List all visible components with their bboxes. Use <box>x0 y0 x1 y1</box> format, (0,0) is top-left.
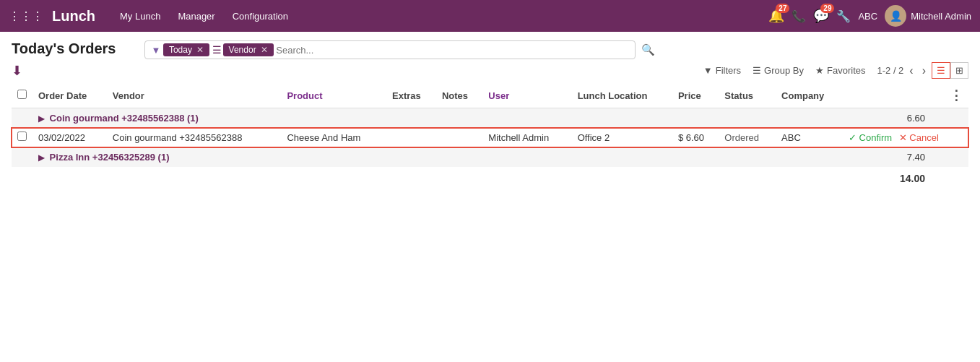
vendor-tag[interactable]: Vendor ✕ <box>223 43 274 56</box>
cell-order-date: 03/02/2022 <box>32 128 107 147</box>
pagination-count: 1-2 / 2 <box>877 65 903 76</box>
cell-user: Mitchell Admin <box>482 128 571 147</box>
group-name: ▶ Coin gourmand +32485562388 (1) <box>32 108 672 129</box>
search-icon[interactable]: 🔍 <box>641 43 655 56</box>
cell-price: $ 6.60 <box>672 128 719 147</box>
cell-company: ABC <box>776 128 843 147</box>
nav-manager[interactable]: Manager <box>170 7 222 26</box>
cell-extras <box>386 128 436 147</box>
row-checkbox[interactable] <box>17 132 27 141</box>
table-row[interactable]: 03/02/2022 Coin gourmand +32485562388 Ch… <box>12 128 968 147</box>
wrench-icon[interactable]: 🔧 <box>836 9 851 23</box>
today-tag[interactable]: Today ✕ <box>163 43 209 56</box>
star-icon: ★ <box>815 65 824 76</box>
page-title: Today's Orders <box>12 40 116 57</box>
total-row: 14.00 <box>12 167 968 188</box>
select-all-checkbox[interactable] <box>17 90 27 99</box>
col-actions: ⋮ <box>843 83 968 108</box>
prev-page-btn[interactable]: ‹ <box>906 63 916 79</box>
list-view-btn[interactable]: ☰ <box>932 62 950 79</box>
today-tag-remove[interactable]: ✕ <box>196 45 204 55</box>
grand-total: 14.00 <box>672 167 968 188</box>
messages-icon[interactable]: 💬 29 <box>813 8 829 24</box>
col-order-date: Order Date <box>32 83 107 108</box>
group-name: ▶ Pizza Inn +32456325289 (1) <box>32 147 672 168</box>
company-label: ABC <box>858 11 877 22</box>
notifications-icon[interactable]: 🔔 27 <box>768 8 784 24</box>
cell-product: Cheese And Ham <box>281 128 386 147</box>
grid-view-icon: ⊞ <box>955 65 963 76</box>
notifications-badge: 27 <box>776 4 789 13</box>
table-header: Order Date Vendor Product Extras Notes U… <box>12 83 968 108</box>
grid-icon[interactable]: ⋮⋮⋮ <box>9 9 43 23</box>
group-total: 7.40 <box>672 147 968 168</box>
cell-vendor: Coin gourmand +32485562388 <box>107 128 282 147</box>
groupby-icon: ☰ <box>753 65 761 76</box>
filter-icon: ▼ <box>151 45 160 56</box>
col-status: Status <box>719 83 776 108</box>
col-notes: Notes <box>436 83 482 108</box>
nav-my-lunch[interactable]: My Lunch <box>113 7 168 26</box>
group-arrow-icon: ▶ <box>38 114 44 123</box>
user-name: Mitchell Admin <box>911 11 971 22</box>
navbar: ⋮⋮⋮ Lunch My Lunch Manager Configuration… <box>0 0 980 32</box>
cell-actions: ✓ Confirm ✕ Cancel <box>843 128 968 147</box>
nav-configuration[interactable]: Configuration <box>225 7 295 26</box>
list-view-icon: ☰ <box>937 65 945 76</box>
main-content: Today's Orders ▼ Today ✕ ☰ Vendor ✕ 🔍 <box>0 32 980 197</box>
col-lunch-location: Lunch Location <box>572 83 672 108</box>
filter-down-icon: ▼ <box>703 65 713 76</box>
messages-badge: 29 <box>820 4 834 13</box>
view-toggle: ☰ ⊞ <box>932 62 968 79</box>
groupby-label: Group By <box>764 65 804 76</box>
groupby-btn[interactable]: ☰ Group By <box>753 65 804 76</box>
filters-label: Filters <box>716 65 741 76</box>
today-tag-label: Today <box>169 45 192 55</box>
group-arrow-icon: ▶ <box>38 153 44 162</box>
group-total: 6.60 <box>672 108 968 129</box>
cancel-btn[interactable]: ✕ Cancel <box>899 132 939 143</box>
col-product: Product <box>281 83 386 108</box>
app-name: Lunch <box>52 8 95 25</box>
filters-btn[interactable]: ▼ Filters <box>703 65 741 76</box>
group-row[interactable]: ▶ Coin gourmand +32485562388 (1) 6.60 <box>12 108 968 129</box>
phone-icon[interactable]: 📞 <box>792 9 806 23</box>
cell-status: Ordered <box>719 128 776 147</box>
col-extras: Extras <box>386 83 436 108</box>
avatar: 👤 <box>885 5 906 27</box>
favorites-label: Favorites <box>827 65 865 76</box>
col-price: Price <box>672 83 719 108</box>
download-icon: ⬇ <box>12 64 22 78</box>
group-row[interactable]: ▶ Pizza Inn +32456325289 (1) 7.40 <box>12 147 968 168</box>
row-checkbox-cell[interactable] <box>12 128 32 147</box>
cell-lunch-location: Office 2 <box>572 128 672 147</box>
nav-menu: My Lunch Manager Configuration <box>113 7 295 26</box>
search-input[interactable] <box>276 45 629 56</box>
download-btn[interactable]: ⬇ <box>12 63 22 79</box>
favorites-btn[interactable]: ★ Favorites <box>815 65 865 76</box>
more-options-icon[interactable]: ⋮ <box>950 87 963 103</box>
navbar-icons: 🔔 27 📞 💬 29 🔧 ABC 👤 Mitchell Admin <box>768 5 971 27</box>
vendor-tag-remove[interactable]: ✕ <box>261 45 268 55</box>
search-bar[interactable]: ▼ Today ✕ ☰ Vendor ✕ <box>144 40 636 59</box>
col-user: User <box>482 83 571 108</box>
col-company: Company <box>776 83 843 108</box>
orders-table: Order Date Vendor Product Extras Notes U… <box>12 83 968 188</box>
vendor-tag-label: Vendor <box>229 45 256 55</box>
bars-icon: ☰ <box>212 44 222 56</box>
cell-notes <box>436 128 482 147</box>
col-vendor: Vendor <box>107 83 282 108</box>
next-page-btn[interactable]: › <box>919 63 929 79</box>
confirm-btn[interactable]: ✓ Confirm <box>849 132 892 143</box>
grid-view-btn[interactable]: ⊞ <box>950 62 968 79</box>
select-all-checkbox-cell[interactable] <box>12 83 32 108</box>
user-menu[interactable]: 👤 Mitchell Admin <box>885 5 971 27</box>
